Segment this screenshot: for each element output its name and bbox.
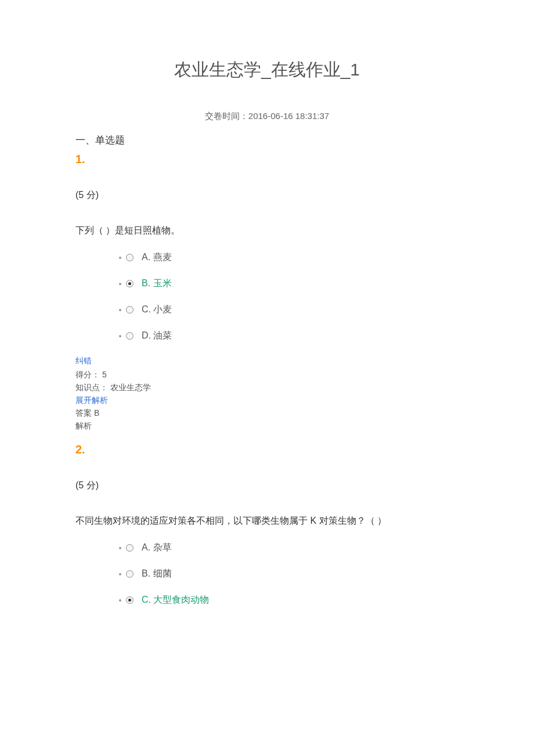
- option-item[interactable]: B. 玉米: [119, 278, 459, 290]
- question-block: 2. (5 分) 不同生物对环境的适应对策各不相同，以下哪类生物属于 K 对策生…: [75, 443, 459, 606]
- radio-icon: [126, 570, 134, 578]
- question-text: 不同生物对环境的适应对策各不相同，以下哪类生物属于 K 对策生物？（ ）: [75, 515, 459, 527]
- question-block: 1. (5 分) 下列（ ）是短日照植物。 A. 燕麦 B. 玉米 C. 小麦 …: [75, 153, 459, 342]
- submit-time: 交卷时间：2016-06-16 18:31:37: [75, 111, 459, 122]
- correction-link[interactable]: 纠错: [75, 356, 459, 366]
- option-item[interactable]: A. 杂草: [119, 542, 459, 554]
- radio-icon: [126, 596, 134, 604]
- bullet-icon: [119, 257, 121, 259]
- option-item[interactable]: C. 小麦: [119, 304, 459, 316]
- bullet-icon: [119, 599, 121, 602]
- radio-icon: [126, 254, 134, 261]
- options-list: A. 燕麦 B. 玉米 C. 小麦 D. 油菜: [75, 251, 459, 342]
- option-item[interactable]: B. 细菌: [119, 568, 459, 580]
- option-item[interactable]: A. 燕麦: [119, 251, 459, 264]
- submit-time-value: 2016-06-16 18:31:37: [248, 111, 329, 121]
- kpoint-line: 知识点： 农业生态学: [75, 383, 459, 393]
- question-points: (5 分): [75, 189, 459, 201]
- question-text: 下列（ ）是短日照植物。: [75, 225, 459, 237]
- option-label: D. 油菜: [142, 330, 172, 342]
- bullet-icon: [119, 283, 121, 285]
- option-item[interactable]: C. 大型食肉动物: [119, 594, 459, 606]
- answer-line: 答案 B: [75, 408, 459, 419]
- option-label: A. 燕麦: [142, 251, 172, 264]
- radio-icon: [126, 544, 134, 552]
- radio-icon: [126, 332, 134, 340]
- option-label: A. 杂草: [142, 542, 172, 554]
- radio-icon: [126, 280, 134, 287]
- option-item[interactable]: D. 油菜: [119, 330, 459, 342]
- page-title: 农业生态学_在线作业_1: [75, 58, 459, 82]
- section-heading: 一、单选题: [75, 134, 459, 147]
- question-points: (5 分): [75, 480, 459, 492]
- meta-block: 纠错 得分： 5 知识点： 农业生态学 展开解析 答案 B 解析: [75, 356, 459, 431]
- bullet-icon: [119, 335, 121, 337]
- analysis-line: 解析: [75, 421, 459, 431]
- option-label: C. 大型食肉动物: [142, 594, 209, 606]
- bullet-icon: [119, 573, 121, 575]
- bullet-icon: [119, 547, 121, 549]
- radio-icon: [126, 306, 134, 314]
- expand-analysis-link[interactable]: 展开解析: [75, 395, 459, 406]
- option-label: B. 玉米: [142, 278, 172, 290]
- submit-time-label: 交卷时间：: [205, 111, 248, 121]
- question-number: 2.: [75, 443, 459, 456]
- options-list: A. 杂草 B. 细菌 C. 大型食肉动物: [75, 542, 459, 606]
- option-label: C. 小麦: [142, 304, 172, 316]
- option-label: B. 细菌: [142, 568, 172, 580]
- score-line: 得分： 5: [75, 370, 459, 380]
- question-number: 1.: [75, 153, 459, 166]
- bullet-icon: [119, 309, 121, 311]
